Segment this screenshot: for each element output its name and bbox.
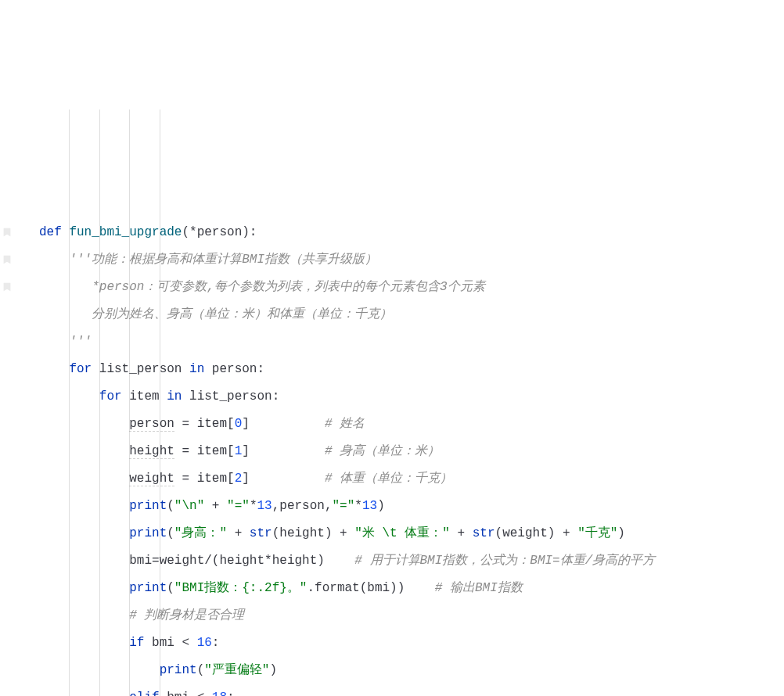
token-op: [ xyxy=(227,472,235,486)
token-ident: weight xyxy=(129,472,174,486)
code-line[interactable]: person = item[0] # 姓名 xyxy=(39,411,784,438)
token-str: "千克" xyxy=(577,526,617,540)
code-line[interactable]: print("严重偏轻") xyxy=(39,657,784,684)
token-ident: weight xyxy=(502,526,548,540)
token-num: 0 xyxy=(235,417,243,431)
token-kw: for xyxy=(99,389,129,404)
token-ident: bmi xyxy=(152,636,174,650)
token-ident: height xyxy=(129,444,174,459)
code-line[interactable]: if bmi < 16: xyxy=(39,630,784,657)
code-lines[interactable]: def fun_bmi_upgrade(*person): '''功能：根据身高… xyxy=(39,219,784,696)
token-op: ) xyxy=(617,526,625,540)
token-op: . xyxy=(307,581,315,595)
token-fn: fun_bmi_upgrade xyxy=(69,225,182,239)
token-str: "身高：" xyxy=(174,526,227,540)
token-op: ] xyxy=(242,444,325,458)
token-op: : xyxy=(212,636,220,650)
code-line[interactable]: # 判断身材是否合理 xyxy=(39,602,784,630)
token-op: [ xyxy=(227,444,235,458)
token-builtin: print xyxy=(129,581,167,595)
token-ident: weight xyxy=(160,554,205,568)
token-op: : xyxy=(257,362,264,376)
token-op: + xyxy=(204,499,227,513)
code-line[interactable]: for item in list_person: xyxy=(39,383,784,411)
token-str: "=" xyxy=(227,499,250,513)
token-kw: for xyxy=(69,362,99,376)
code-line[interactable]: def fun_bmi_upgrade(*person): xyxy=(39,219,784,246)
token-op: = xyxy=(152,554,160,568)
token-builtin: str xyxy=(473,526,495,540)
token-op: ( xyxy=(272,526,280,540)
token-op: ( xyxy=(495,526,503,540)
token-ident: item xyxy=(197,472,227,486)
token-comment: *person：可变参数,每个参数为列表，列表中的每个元素包含3个元素 xyxy=(69,280,484,294)
token-op: ] xyxy=(242,472,325,486)
code-line[interactable]: print("\n" + "="*13,person,"="*13) xyxy=(39,493,784,520)
token-ident: list_person xyxy=(99,362,189,376)
code-line[interactable]: print("身高：" + str(height) + "米 \t 体重：" +… xyxy=(39,520,784,547)
token-num: 13 xyxy=(257,499,272,513)
token-builtin: print xyxy=(129,499,167,513)
code-line[interactable]: for list_person in person: xyxy=(39,356,784,383)
token-builtin: print xyxy=(160,663,197,677)
token-param: person xyxy=(197,225,243,239)
code-line[interactable]: bmi=weight/(height*height) # 用于计算BMI指数，公… xyxy=(39,547,784,575)
code-editor[interactable]: def fun_bmi_upgrade(*person): '''功能：根据身高… xyxy=(16,109,784,696)
code-line[interactable]: ''' xyxy=(39,328,784,356)
token-builtin: print xyxy=(129,526,167,540)
token-op: : xyxy=(272,389,280,404)
token-comment: # 输出BMI指数 xyxy=(435,581,523,595)
token-str: "严重偏轻" xyxy=(204,663,269,677)
token-ident: height xyxy=(219,554,264,568)
code-line[interactable]: weight = item[2] # 体重（单位：千克） xyxy=(39,465,784,493)
token-op: ( xyxy=(197,663,205,677)
code-line[interactable]: height = item[1] # 身高（单位：米） xyxy=(39,438,784,465)
code-line[interactable]: *person：可变参数,每个参数为列表，列表中的每个元素包含3个元素 xyxy=(39,274,784,301)
token-op: ( xyxy=(167,581,174,595)
token-str: "=" xyxy=(333,499,355,513)
token-num: 1 xyxy=(235,444,243,458)
token-op: /( xyxy=(204,554,219,568)
token-ident: bmi xyxy=(367,581,390,595)
code-line[interactable]: print("BMI指数：{:.2f}。".format(bmi)) # 输出B… xyxy=(39,575,784,602)
token-kw: def xyxy=(39,225,69,239)
token-comment: ''' xyxy=(69,335,92,349)
token-comment: # 体重（单位：千克） xyxy=(325,472,452,486)
token-op: ) + xyxy=(548,526,577,540)
token-op: + xyxy=(227,526,250,540)
token-op: * xyxy=(354,499,362,513)
token-ident: person xyxy=(129,417,174,432)
token-op: : xyxy=(227,691,235,696)
token-ident: person xyxy=(212,362,257,376)
token-op: ( xyxy=(167,526,174,540)
token-op: = xyxy=(174,472,197,486)
bookmark-icon[interactable] xyxy=(2,282,13,292)
token-op: * xyxy=(264,554,272,568)
token-ident: item xyxy=(197,417,227,431)
token-ident: person xyxy=(279,499,325,513)
bookmark-icon[interactable] xyxy=(2,254,13,265)
token-op: [ xyxy=(227,417,235,431)
token-op: ) + xyxy=(325,526,354,540)
token-op: (* xyxy=(182,225,196,239)
token-op: ( xyxy=(360,581,368,595)
token-op: ) xyxy=(377,499,385,513)
gutter xyxy=(16,109,31,696)
token-op: ) xyxy=(317,554,354,568)
token-num: 16 xyxy=(197,636,212,650)
token-kw: in xyxy=(167,389,189,404)
token-ident: item xyxy=(129,389,167,404)
code-line[interactable]: elif bmi < 18: xyxy=(39,684,784,696)
token-op: )) xyxy=(390,581,435,595)
token-str: "BMI指数：{:.2f}。" xyxy=(174,581,307,595)
token-num: 2 xyxy=(235,472,243,486)
token-num: 13 xyxy=(362,499,377,513)
token-op: < xyxy=(189,691,212,696)
code-line[interactable]: 分别为姓名、身高（单位：米）和体重（单位：千克） xyxy=(39,301,784,328)
code-line[interactable]: '''功能：根据身高和体重计算BMI指数（共享升级版） xyxy=(39,246,784,274)
token-ident: height xyxy=(272,554,318,568)
bookmark-icon[interactable] xyxy=(2,227,13,238)
token-str: "\n" xyxy=(174,499,204,513)
token-comment: # 判断身材是否合理 xyxy=(129,608,244,622)
token-op: ): xyxy=(242,225,257,239)
